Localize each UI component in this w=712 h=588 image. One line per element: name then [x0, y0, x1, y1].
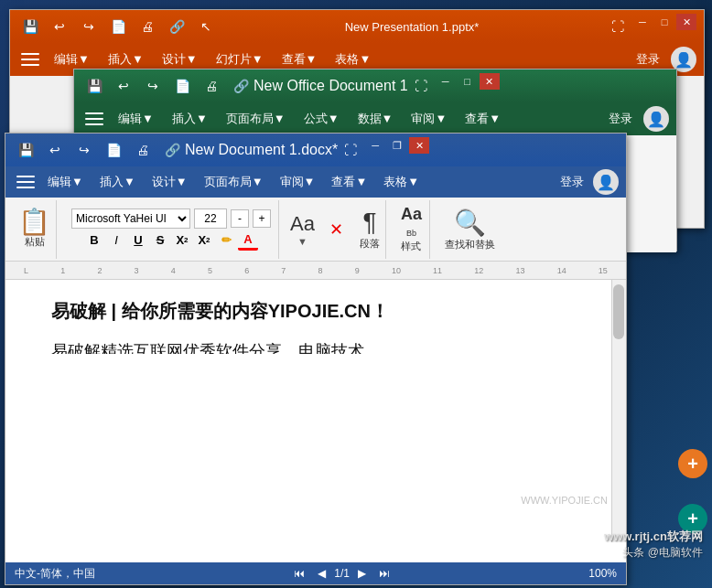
excel-hamburger-button[interactable] [81, 106, 107, 132]
word-menu-review[interactable]: 审阅▼ [273, 170, 323, 194]
ppt-new-icon[interactable]: 📄 [105, 14, 131, 39]
word-menubar: 编辑▼ 插入▼ 设计▼ 页面布局▼ 审阅▼ 查看▼ 表格▼ 登录 👤 [5, 166, 626, 198]
font-name-row: Microsoft YaHei UI 22 - + [71, 208, 271, 229]
ppt-maximize-button[interactable]: □ [654, 14, 674, 30]
word-login-button[interactable]: 登录 [553, 170, 591, 194]
ppt-share-icon[interactable]: 🔗 [164, 14, 189, 39]
page-last-button[interactable]: ⏭ [375, 566, 394, 581]
superscript-button[interactable]: X2 [194, 230, 214, 251]
word-redo-icon[interactable]: ↪ [71, 137, 97, 163]
word-undo-icon[interactable]: ↩ [42, 137, 68, 163]
word-close-button[interactable]: ✕ [409, 137, 429, 154]
page-next-button[interactable]: ▶ [353, 566, 372, 581]
excel-share-icon[interactable]: 🔗 [228, 73, 254, 99]
paragraph-label: 段落 [360, 237, 380, 251]
excel-print-icon[interactable]: 🖨 [199, 73, 224, 99]
find-section[interactable]: 🔍 查找和替换 [437, 200, 502, 259]
word-menu-design[interactable]: 设计▼ [145, 170, 195, 194]
ppt-redo-icon[interactable]: ↪ [76, 14, 102, 39]
word-menu-insert[interactable]: 插入▼ [92, 170, 143, 194]
style-item-aa[interactable]: Aa Bb [401, 205, 422, 239]
excel-login-button[interactable]: 登录 [601, 107, 640, 131]
highlight-button[interactable]: ✏ [216, 230, 236, 251]
word-share-icon[interactable]: 🔗 [159, 137, 185, 163]
clear-format-button[interactable]: ✕ [326, 216, 347, 243]
format-row: B I U S X2 X2 ✏ A [84, 230, 258, 251]
font-size-input[interactable]: 22 [194, 208, 227, 229]
word-fullscreen-icon[interactable]: ⛶ [338, 137, 363, 163]
paste-label: 粘贴 [25, 235, 45, 249]
excel-new-icon[interactable]: 📄 [169, 73, 195, 99]
italic-button[interactable]: I [106, 230, 126, 251]
word-print-icon[interactable]: 🖨 [130, 137, 156, 163]
ppt-hamburger-button[interactable] [17, 47, 43, 72]
decrease-font-button[interactable]: - [231, 209, 249, 228]
find-label: 查找和替换 [445, 238, 495, 251]
excel-close-button[interactable]: ✕ [480, 73, 500, 90]
excel-menu-layout[interactable]: 页面布局▼ [219, 107, 293, 131]
word-minimize-button[interactable]: ─ [365, 137, 385, 154]
word-title: New Document 1.docx* [185, 142, 338, 158]
excel-menu-view[interactable]: 查看▼ [458, 107, 508, 131]
orange-fab-button[interactable]: + [678, 449, 707, 478]
ppt-save-icon[interactable]: 💾 [17, 14, 43, 39]
word-restore-button[interactable]: ❐ [387, 137, 407, 154]
watermark-line2: 头条 @电脑软件 [604, 545, 703, 561]
strikethrough-button[interactable]: S [150, 230, 170, 251]
underline-button[interactable]: U [128, 230, 148, 251]
page-navigation: ⏮ ◀ 1/1 ▶ ⏭ [290, 566, 394, 581]
aa-dropdown-button[interactable]: Aa ▼ [286, 208, 318, 251]
paragraph-icon[interactable]: ¶ [362, 208, 376, 237]
excel-menu-review[interactable]: 审阅▼ [404, 107, 454, 131]
ppt-win-controls: ⛶ ─ □ ✕ [605, 14, 696, 39]
excel-menu-data[interactable]: 数据▼ [351, 107, 401, 131]
hamburger-line [16, 176, 35, 177]
excel-menu-formula[interactable]: 公式▼ [297, 107, 347, 131]
word-document[interactable]: 易破解 | 给你所需要的内容YIPOJIE.CN！ 易破解精选互联网优秀软件分享… [5, 280, 626, 354]
aa-dropdown-arrow: ▼ [297, 236, 307, 247]
excel-avatar[interactable]: 👤 [643, 106, 669, 132]
word-quickaccess: 💾 ↩ ↪ 📄 🖨 🔗 [13, 137, 185, 163]
page-info: 1/1 [334, 567, 350, 580]
doc-body: 易破解精选互联网优秀软件分享、电脑技术、 经验教程、SEO网站优化教程、IT科技… [51, 338, 589, 354]
font-name-select[interactable]: Microsoft YaHei UI [71, 208, 190, 229]
ppt-titlebar: 💾 ↩ ↪ 📄 🖨 🔗 ↖ New Presentation 1.pptx* ⛶… [10, 10, 704, 43]
ppt-print-icon[interactable]: 🖨 [135, 14, 160, 39]
ppt-minimize-button[interactable]: ─ [632, 14, 653, 30]
paste-button[interactable]: 📋 粘贴 [13, 200, 57, 259]
word-menu-layout[interactable]: 页面布局▼ [197, 170, 271, 194]
excel-minimize-button[interactable]: ─ [436, 73, 456, 90]
hamburger-line [21, 53, 39, 55]
ppt-undo-icon[interactable]: ↩ [47, 14, 72, 39]
font-color-button[interactable]: A [238, 230, 258, 251]
word-hamburger-button[interactable] [13, 169, 38, 195]
word-avatar[interactable]: 👤 [593, 169, 619, 195]
word-menu-table[interactable]: 表格▼ [376, 170, 426, 194]
ppt-quickaccess: 💾 ↩ ↪ 📄 🖨 🔗 ↖ [17, 14, 219, 39]
excel-redo-icon[interactable]: ↪ [140, 73, 166, 99]
scrollbar-track[interactable] [611, 280, 626, 542]
word-save-icon[interactable]: 💾 [13, 137, 38, 163]
excel-undo-icon[interactable]: ↩ [111, 73, 136, 99]
word-new-icon[interactable]: 📄 [101, 137, 126, 163]
excel-maximize-button[interactable]: □ [458, 73, 478, 90]
subscript-button[interactable]: X2 [172, 230, 192, 251]
word-menu-view[interactable]: 查看▼ [324, 170, 374, 194]
excel-menu-edit[interactable]: 编辑▼ [111, 107, 161, 131]
increase-font-button[interactable]: + [253, 209, 271, 228]
page-first-button[interactable]: ⏮ [290, 566, 308, 581]
excel-save-icon[interactable]: 💾 [81, 73, 107, 99]
word-window: 💾 ↩ ↪ 📄 🖨 🔗 New Document 1.docx* ⛶ ─ ❐ ✕… [5, 133, 627, 585]
excel-fullscreen-icon[interactable]: ⛶ [408, 73, 434, 99]
watermark-line1: www.rjtj.cn软荐网 [604, 529, 703, 545]
ppt-fullscreen-icon[interactable]: ⛶ [605, 14, 631, 39]
scrollbar-thumb[interactable] [613, 284, 624, 339]
page-prev-button[interactable]: ◀ [312, 566, 330, 581]
ppt-close-button[interactable]: ✕ [676, 14, 696, 30]
word-menu-edit[interactable]: 编辑▼ [40, 170, 91, 194]
excel-menu-insert[interactable]: 插入▼ [165, 107, 215, 131]
styles-preview: Aa Bb [401, 205, 422, 239]
bold-button[interactable]: B [84, 230, 104, 251]
hamburger-line [85, 123, 103, 125]
word-titlebar: 💾 ↩ ↪ 📄 🖨 🔗 New Document 1.docx* ⛶ ─ ❐ ✕ [5, 134, 626, 166]
